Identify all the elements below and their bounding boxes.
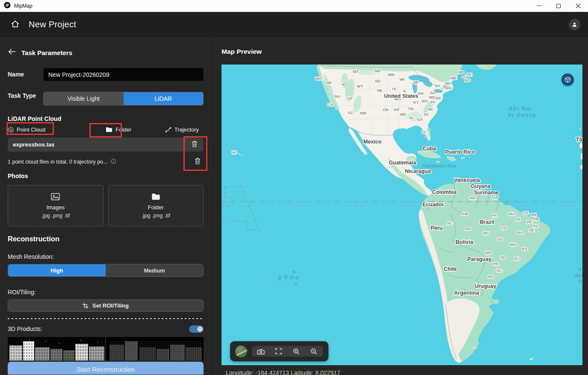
svg-text:RR: RR	[470, 196, 476, 200]
3d-products-toggle[interactable]	[189, 325, 204, 333]
svg-text:SC: SC	[423, 112, 429, 117]
svg-text:KY: KY	[413, 100, 419, 105]
svg-text:Guatemala: Guatemala	[389, 160, 417, 166]
zoom-out-button[interactable]	[307, 346, 320, 357]
basemap: Bắc Đạiây DươngCaribbean Sea太平洋hịcnSAtlO…	[222, 64, 582, 365]
svg-text:NB: NB	[458, 70, 464, 74]
mesh-resolution-label: Mesh Resolution:	[8, 253, 204, 260]
delete-trajectory-button[interactable]	[195, 158, 201, 166]
svg-text:Argentina: Argentina	[454, 290, 479, 296]
svg-text:OR: OR	[325, 80, 331, 85]
task-type-visible-light[interactable]: Visible Light	[44, 92, 124, 105]
zoom-in-button[interactable]	[290, 346, 303, 357]
camera-icon	[257, 349, 265, 354]
task-type-label: Task Type	[8, 92, 43, 100]
svg-text:NS: NS	[464, 78, 470, 82]
window-titlebar: MipMap	[0, 0, 588, 12]
svg-text:MT: MT	[483, 231, 489, 235]
mesh-medium-button[interactable]: Medium	[106, 264, 203, 276]
dashed-divider	[8, 318, 204, 319]
svg-text:RJ: RJ	[514, 256, 520, 261]
zoom-in-icon	[293, 348, 300, 355]
screenshot-button[interactable]	[254, 346, 267, 357]
section-title: Task Parameters	[21, 49, 72, 56]
trash-icon	[192, 141, 198, 147]
svg-text:RO: RO	[465, 226, 471, 231]
set-roi-tiling-button[interactable]: Set ROI/Tiling	[8, 299, 204, 312]
point-cloud-file-row: expressbox.las	[8, 138, 204, 152]
svg-text:AM: AM	[462, 211, 468, 216]
svg-text:MT: MT	[353, 69, 359, 74]
svg-text:Suriname: Suriname	[474, 190, 499, 196]
folder-dropzone[interactable]: Folder .jpg .png .tif	[108, 185, 204, 226]
person-icon	[571, 21, 578, 28]
close-icon	[576, 3, 581, 9]
fit-extent-icon	[275, 348, 282, 354]
images-dropzone[interactable]: Images .jpg .png .tif	[8, 185, 103, 226]
app-title: MipMap	[14, 3, 33, 9]
svg-text:CE: CE	[523, 211, 528, 215]
svg-text:WA: WA	[315, 76, 322, 81]
delete-file-button[interactable]	[192, 141, 198, 149]
svg-text:MI: MI	[414, 80, 419, 85]
svg-text:MS: MS	[400, 112, 406, 117]
svg-text:PE: PE	[527, 220, 532, 224]
folder-icon	[151, 193, 160, 200]
project-name-input[interactable]	[43, 68, 204, 81]
fit-extent-button[interactable]	[272, 346, 285, 357]
svg-text:ịc: ịc	[295, 275, 299, 280]
svg-text:VA: VA	[430, 100, 436, 104]
svg-text:NH: NH	[445, 81, 451, 85]
minimize-button[interactable]	[529, 0, 549, 12]
svg-text:Bolivia: Bolivia	[456, 239, 474, 245]
photos-title: Photos	[8, 173, 204, 179]
svg-text:Colombia: Colombia	[432, 189, 457, 195]
svg-text:MA: MA	[446, 85, 452, 90]
start-reconstruction-button[interactable]: Start Reconstruction	[8, 362, 204, 375]
svg-text:WV: WV	[421, 99, 428, 103]
folder-icon	[106, 127, 112, 132]
basemap-thumbnail[interactable]	[235, 346, 247, 357]
coordinates-readout: Longitude: -164.424713 Latitude: 8.02291…	[222, 369, 588, 375]
svg-text:Bắc Đại: Bắc Đại	[509, 106, 532, 111]
svg-text:AP: AP	[493, 195, 499, 200]
svg-text:太平洋: 太平洋	[278, 275, 295, 280]
images-icon	[51, 193, 60, 200]
svg-text:GO: GO	[497, 237, 503, 241]
svg-text:AR: AR	[393, 107, 399, 112]
svg-text:PI: PI	[517, 217, 520, 222]
map-canvas[interactable]: Bắc Đạiây DươngCaribbean Sea太平洋hịcnSAtlO…	[222, 64, 582, 365]
trajectory-button[interactable]: Trajectory	[165, 126, 199, 133]
svg-text:NE: NE	[377, 88, 382, 93]
trajectory-icon	[165, 127, 171, 133]
maximize-button[interactable]	[549, 0, 568, 12]
task-type-lidar[interactable]: LiDAR	[124, 92, 204, 105]
svg-text:GA: GA	[417, 117, 423, 122]
svg-text:Mexico: Mexico	[363, 139, 382, 145]
3d-product-thumbnail-mesh[interactable]	[8, 337, 105, 360]
svg-text:Tâ: Tâ	[576, 137, 582, 143]
svg-text:SE: SE	[529, 228, 535, 232]
folder-button[interactable]: Folder	[106, 126, 131, 133]
svg-text:Caribbean Sea: Caribbean Sea	[422, 163, 456, 168]
svg-text:ME: ME	[451, 76, 457, 80]
svg-text:ID: ID	[342, 82, 346, 87]
map-3d-button[interactable]	[561, 73, 574, 86]
svg-text:SD: SD	[375, 79, 380, 83]
mesh-high-button[interactable]: High	[8, 264, 106, 276]
close-button[interactable]	[568, 0, 588, 12]
svg-text:RS: RS	[488, 274, 493, 279]
user-avatar[interactable]	[569, 19, 580, 30]
home-icon[interactable]	[10, 19, 20, 30]
svg-text:NM: NM	[360, 111, 366, 115]
svg-text:UT: UT	[347, 96, 353, 101]
svg-text:Ecuador: Ecuador	[423, 202, 444, 208]
app-header: New Project	[0, 12, 588, 38]
svg-text:OK: OK	[383, 107, 389, 112]
3d-product-thumbnail-pointcloud[interactable]	[106, 337, 204, 360]
point-cloud-button[interactable]: Point Cloud	[8, 126, 45, 133]
info-icon[interactable]	[111, 158, 116, 166]
svg-text:Nicaragua: Nicaragua	[405, 168, 431, 174]
zoom-out-icon	[310, 348, 317, 355]
back-arrow-icon[interactable]	[8, 48, 16, 57]
